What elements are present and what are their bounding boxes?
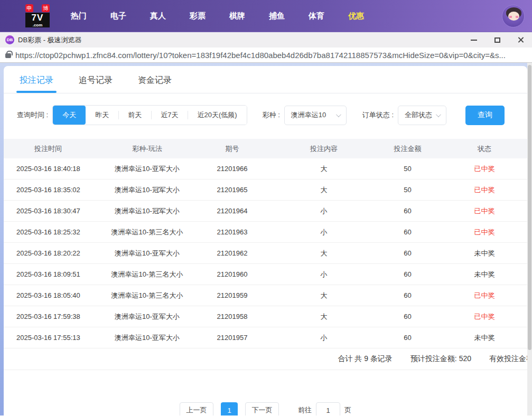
cell-game: 澳洲幸运10-亚军大小: [104, 164, 190, 174]
cell-status: 未中奖: [442, 333, 527, 343]
cell-status: 已中奖: [442, 228, 527, 237]
cell-amount: 60: [374, 313, 442, 320]
cell-content: 小: [274, 270, 374, 279]
browser-titlebar: DB DB彩票 - 极速浏览器: [0, 32, 532, 48]
prev-page-button[interactable]: 上一页: [180, 402, 213, 415]
logo-badge-2: 博: [42, 4, 50, 12]
summary-row: 合计 共 9 条记录 预计投注金额: 520 有效投注金额: [4, 348, 527, 370]
user-avatar[interactable]: [502, 5, 525, 27]
nav-item-6[interactable]: 捕鱼: [269, 11, 285, 21]
current-page-button[interactable]: 1: [221, 402, 238, 415]
maximize-icon: [494, 37, 500, 43]
tab-1[interactable]: 投注记录: [20, 75, 53, 93]
time-option-3[interactable]: 前天: [118, 106, 151, 125]
cell-content: 大: [274, 312, 374, 322]
order-status-label: 订单状态 :: [362, 110, 394, 120]
cell-status: 已中奖: [442, 206, 527, 216]
cell-issue: 21201964: [190, 207, 274, 215]
close-button[interactable]: [509, 32, 532, 48]
cell-issue: 21201966: [190, 165, 274, 173]
content-card: 投注记录追号记录资金记录 查询时间 : 今天昨天前天近7天近20天(低频) 彩种…: [4, 66, 527, 415]
table-row: 2025-03-16 18:35:02澳洲幸运10-冠军大小21201965大5…: [4, 179, 527, 201]
cell-time: 2025-03-16 18:09:51: [4, 270, 104, 278]
page-unit-label: 页: [344, 405, 351, 415]
table-header-row: 投注时间彩种-玩法期号投注内容投注金额状态: [4, 139, 527, 158]
table-body: 2025-03-16 18:40:18澳洲幸运10-亚军大小21201966大5…: [4, 158, 527, 348]
cell-content: 小: [274, 228, 374, 237]
order-status-select[interactable]: 全部状态: [398, 106, 446, 125]
tab-2[interactable]: 追号记录: [79, 75, 113, 93]
nav-item-1[interactable]: 热门: [71, 11, 87, 21]
cell-time: 2025-03-16 18:30:47: [4, 207, 104, 215]
lottery-select[interactable]: 澳洲幸运10: [284, 106, 347, 125]
nav-item-4[interactable]: 彩票: [190, 11, 206, 21]
cell-content: 大: [274, 185, 374, 195]
cell-amount: 60: [374, 270, 442, 278]
time-option-5[interactable]: 近20天(低频): [188, 106, 246, 125]
cell-game: 澳洲幸运10-冠军大小: [104, 185, 190, 195]
cell-issue: 21201957: [190, 334, 274, 342]
address-bar[interactable]: https://ctop02pchwp1.zfnc84.com/lottery/…: [0, 48, 532, 63]
goto-page: 前往 页: [298, 402, 351, 415]
goto-page-input[interactable]: [316, 402, 340, 415]
nav-item-5[interactable]: 棋牌: [229, 11, 245, 21]
nav-item-2[interactable]: 电子: [110, 11, 126, 21]
cell-amount: 60: [374, 228, 442, 236]
lottery-label: 彩种 :: [263, 110, 280, 120]
cell-status: 已中奖: [442, 164, 527, 174]
cell-content: 大: [274, 164, 374, 174]
logo-text: 7V: [25, 13, 50, 23]
pagination: 上一页 1 下一页 前往 页: [4, 402, 527, 415]
minimize-button[interactable]: [462, 32, 486, 48]
browser-title: DB彩票 - 极速浏览器: [18, 35, 82, 45]
cell-issue: 21201965: [190, 186, 274, 194]
cell-time: 2025-03-16 18:40:18: [4, 165, 104, 173]
time-filter-label: 查询时间 :: [17, 110, 48, 120]
nav-item-3[interactable]: 真人: [150, 11, 166, 21]
cell-amount: 60: [374, 207, 442, 215]
cell-game: 澳洲幸运10-第三名大小: [104, 228, 190, 237]
page-scrollbar[interactable]: [527, 63, 532, 415]
cell-time: 2025-03-16 17:59:38: [4, 313, 104, 320]
nav-item-7[interactable]: 体育: [309, 11, 324, 21]
tab-3[interactable]: 资金记录: [138, 75, 172, 93]
cell-amount: 50: [374, 165, 442, 173]
cell-game: 澳洲幸运10-第三名大小: [104, 291, 190, 300]
lottery-select-value: 澳洲幸运10: [291, 110, 326, 120]
chevron-down-icon: [436, 112, 441, 117]
page-background: 投注记录追号记录资金记录 查询时间 : 今天昨天前天近7天近20天(低频) 彩种…: [0, 63, 532, 415]
order-status-value: 全部状态: [405, 110, 432, 120]
time-option-1[interactable]: 今天: [53, 106, 86, 125]
site-logo[interactable]: 申 博 7V .com: [25, 4, 50, 27]
time-filter-group: 今天昨天前天近7天近20天(低频): [52, 105, 247, 125]
cell-amount: 60: [374, 334, 442, 342]
close-icon: [517, 36, 524, 43]
top-navbar: 申 博 7V .com 热门电子真人彩票棋牌捕鱼体育优惠: [0, 0, 532, 32]
cell-status: 未中奖: [442, 249, 527, 258]
main-menu: 热门电子真人彩票棋牌捕鱼体育优惠: [71, 11, 364, 21]
nav-item-8[interactable]: 优惠: [348, 11, 364, 21]
table-row: 2025-03-16 18:40:18澳洲幸运10-亚军大小21201966大5…: [4, 158, 527, 179]
table-row: 2025-03-16 17:59:38澳洲幸运10-亚军大小21201958大6…: [4, 306, 527, 327]
time-option-4[interactable]: 近7天: [151, 106, 188, 125]
cell-time: 2025-03-16 17:55:13: [4, 334, 104, 342]
cell-issue: 21201963: [190, 228, 274, 236]
cell-game: 澳洲幸运10-冠军大小: [104, 206, 190, 216]
cell-amount: 60: [374, 249, 442, 257]
cell-status: 已中奖: [442, 312, 527, 322]
next-page-button[interactable]: 下一页: [245, 402, 279, 415]
url-text: https://ctop02pchwp1.zfnc84.com/lottery/…: [15, 51, 506, 60]
maximize-button[interactable]: [486, 32, 509, 48]
cell-amount: 60: [374, 291, 442, 299]
scrollbar-thumb[interactable]: [528, 65, 531, 350]
logo-badge-1: 申: [25, 4, 33, 12]
cell-game: 澳洲幸运10-亚军大小: [104, 333, 190, 343]
record-tabs: 投注记录追号记录资金记录: [4, 66, 527, 93]
lock-icon: [5, 53, 11, 58]
search-button[interactable]: 查询: [465, 106, 505, 125]
time-option-2[interactable]: 昨天: [86, 106, 118, 125]
cell-issue: 21201960: [190, 270, 274, 278]
cell-time: 2025-03-16 18:20:22: [4, 249, 104, 257]
column-header: 彩种-玩法: [104, 144, 190, 154]
table-row: 2025-03-16 18:05:40澳洲幸运10-第三名大小21201959大…: [4, 285, 527, 306]
